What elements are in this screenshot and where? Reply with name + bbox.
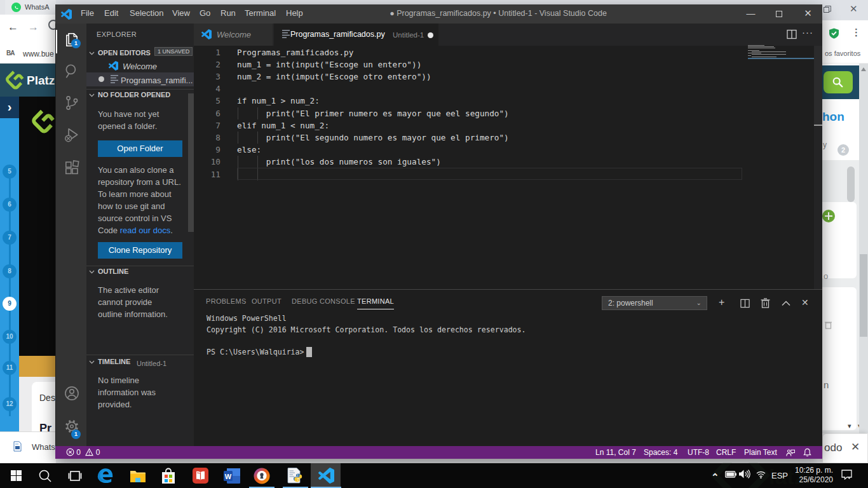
bell-icon[interactable] <box>803 448 811 457</box>
sidebar-scrollbar[interactable] <box>188 93 194 232</box>
close-button[interactable]: ✕ <box>794 4 822 24</box>
code-editor[interactable]: 1Programas_ramificados.py2num_1 = int(in… <box>194 46 822 289</box>
eol-status[interactable]: CRLF <box>716 448 736 457</box>
course-step-10[interactable]: 10 <box>3 330 17 344</box>
search-icon[interactable] <box>64 63 80 79</box>
edge-icon[interactable] <box>90 463 119 488</box>
menu-edit[interactable]: Edit <box>104 8 118 18</box>
python-icon[interactable] <box>280 463 310 488</box>
file-explorer-icon[interactable] <box>123 463 153 488</box>
terminal-select[interactable]: 2: powershell⌄ <box>602 296 707 310</box>
tray-clock[interactable]: 10:26 p. m.25/6/2020 <box>790 466 833 484</box>
course-step-7[interactable]: 7 <box>3 231 17 245</box>
more-actions-icon[interactable]: ··· <box>802 27 813 37</box>
minimap-current-line <box>748 58 814 59</box>
restore-window-icon[interactable] <box>824 6 831 13</box>
tab-welcome-label[interactable]: Welcome <box>217 30 251 39</box>
cursor-position-status[interactable]: Ln 11, Col 7 <box>595 448 636 457</box>
menu-help[interactable]: Help <box>286 8 303 18</box>
panel-tab-terminal[interactable]: TERMINAL <box>357 297 394 309</box>
kebab-menu-icon[interactable]: ⋮ <box>851 27 861 38</box>
speaker-icon[interactable] <box>739 470 750 480</box>
kill-terminal-trash-icon[interactable] <box>761 298 770 308</box>
editor-scrollbar-slider[interactable] <box>814 46 822 125</box>
file-item-label[interactable]: Programas_ramifi... <box>121 76 193 85</box>
trash-small-icon[interactable] <box>825 321 832 329</box>
bg-close-icon[interactable]: ✕ <box>850 3 858 15</box>
split-terminal-icon[interactable] <box>740 299 750 308</box>
account-icon[interactable] <box>64 385 80 402</box>
word-icon[interactable]: W <box>217 463 247 488</box>
timeline-header[interactable]: TIMELINE <box>89 358 130 365</box>
welcome-item-label[interactable]: Welcome <box>123 62 157 71</box>
action-center-icon[interactable] <box>841 470 852 482</box>
language-mode-status[interactable]: Plain Text <box>744 448 777 457</box>
run-debug-icon[interactable] <box>64 126 80 143</box>
back-arrow-icon[interactable]: ← <box>8 21 18 34</box>
panel-tab-debug-console[interactable]: DEBUG CONSOLE <box>292 297 355 305</box>
course-step-8[interactable]: 8 <box>3 264 17 278</box>
course-step-5[interactable]: 5 <box>3 165 17 179</box>
scrollbar-up-arrow[interactable] <box>861 67 866 71</box>
scrollbar-thumb[interactable] <box>860 254 867 337</box>
taskbar-search-icon[interactable] <box>30 463 60 488</box>
inner-scrollbar-thumb[interactable] <box>847 166 855 202</box>
maximize-button[interactable] <box>765 4 794 24</box>
start-button[interactable] <box>1 463 31 488</box>
battery-icon[interactable] <box>725 471 736 480</box>
feedback-icon[interactable] <box>786 449 795 457</box>
shield-check-icon[interactable] <box>829 28 839 39</box>
menu-run[interactable]: Run <box>220 8 236 18</box>
course-step-12[interactable]: 12 <box>3 397 17 411</box>
bg-right-card2 <box>822 287 857 430</box>
encoding-status[interactable]: UTF-8 <box>688 448 709 457</box>
search-button[interactable] <box>824 71 853 93</box>
split-editor-icon[interactable] <box>787 29 797 39</box>
vscode-taskbar-icon[interactable] <box>311 463 341 488</box>
maximize-panel-icon[interactable] <box>782 300 790 306</box>
language-indicator[interactable]: ESP <box>771 471 788 480</box>
source-control-icon[interactable] <box>64 95 80 111</box>
tray-chevron-icon[interactable]: ⌃ <box>711 471 719 483</box>
error-circle-icon <box>66 448 74 456</box>
problems-status[interactable]: 0 0 <box>66 448 100 457</box>
bg-tab-title: WhatsA <box>25 3 50 11</box>
panel-tab-output[interactable]: OUTPUT <box>252 297 281 305</box>
avast-browser-icon[interactable] <box>247 463 276 488</box>
modified-dot-icon[interactable] <box>428 32 433 38</box>
read-our-docs-link[interactable]: read our docs <box>120 226 171 235</box>
forward-arrow-icon[interactable]: → <box>28 21 39 34</box>
no-folder-header[interactable]: NO FOLDER OPENED <box>89 91 170 98</box>
task-view-icon[interactable] <box>60 463 90 488</box>
scroll-down-icon[interactable]: ▾ <box>848 422 851 430</box>
open-folder-button[interactable]: Open Folder <box>98 140 182 157</box>
course-step-9[interactable]: 9 <box>3 297 17 311</box>
tab-file-label[interactable]: Programas_ramificados.py <box>290 30 385 39</box>
outline-header[interactable]: OUTLINE <box>89 268 128 275</box>
indentation-status[interactable]: Spaces: 4 <box>644 448 677 457</box>
close-panel-icon[interactable]: ✕ <box>801 297 809 308</box>
open-editors-header[interactable]: OPEN EDITORS <box>89 49 151 57</box>
minimap[interactable] <box>748 45 814 289</box>
minimize-button[interactable]: — <box>736 4 765 24</box>
extensions-icon[interactable] <box>64 159 80 176</box>
course-step-6[interactable]: 6 <box>3 198 17 212</box>
menu-selection[interactable]: Selection <box>130 8 163 18</box>
menu-terminal[interactable]: Terminal <box>245 8 276 18</box>
new-terminal-icon[interactable]: + <box>719 297 724 308</box>
ebook-app-icon[interactable] <box>185 463 215 488</box>
bookmark-url[interactable]: www.bue <box>23 50 54 58</box>
microsoft-store-icon[interactable] <box>153 463 183 488</box>
rail-collapse-chevron[interactable]: › <box>0 97 19 118</box>
menu-go[interactable]: Go <box>200 8 210 18</box>
course-step-11[interactable]: 11 <box>3 361 17 375</box>
favoritos-label[interactable]: os favoritos <box>825 50 860 57</box>
menu-file[interactable]: File <box>81 8 94 18</box>
popup-close-icon[interactable]: ✕ <box>851 440 860 454</box>
clone-repository-button[interactable]: Clone Repository <box>98 242 182 259</box>
wifi-icon[interactable] <box>756 470 766 480</box>
menu-view[interactable]: View <box>172 8 190 18</box>
panel-tab-problems[interactable]: PROBLEMS <box>206 297 247 305</box>
bg-browser-tab-whatsapp[interactable]: WhatsA <box>5 0 56 15</box>
browser-scrollbar[interactable] <box>859 64 868 433</box>
